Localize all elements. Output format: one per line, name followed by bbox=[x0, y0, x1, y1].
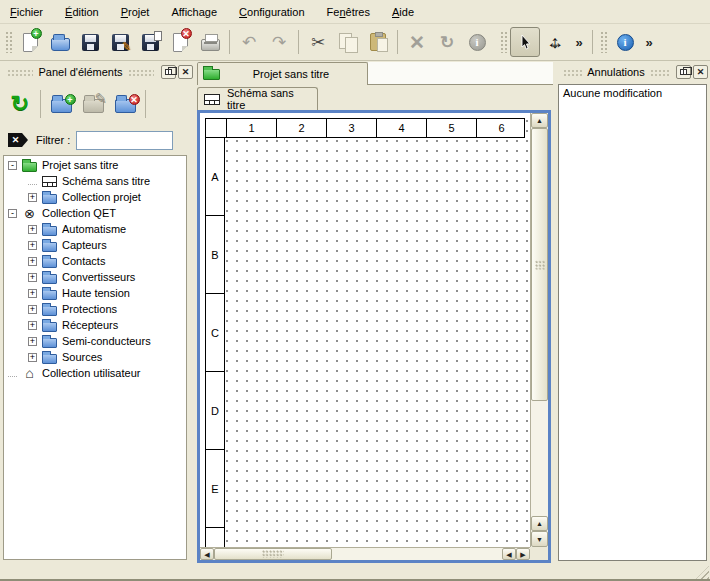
thumb-grip bbox=[535, 260, 545, 269]
horizontal-scrollbar[interactable]: ◀ ◀ ▶ bbox=[200, 547, 530, 560]
tree-item[interactable]: + Protections bbox=[4, 301, 186, 317]
new-category-button[interactable]: + bbox=[45, 88, 77, 120]
tab-schema[interactable]: Schéma sans titre bbox=[197, 87, 318, 110]
vertical-scrollbar[interactable]: ▲ ▲ ▼ bbox=[530, 113, 548, 547]
tree-expander[interactable]: + bbox=[28, 353, 37, 362]
dock-close-button[interactable]: ✕ bbox=[693, 65, 708, 79]
tree-item-icon bbox=[42, 194, 57, 204]
tree-expander[interactable]: + bbox=[28, 289, 37, 298]
tab-project[interactable]: Projet sans titre bbox=[197, 62, 368, 85]
column-label: 2 bbox=[276, 119, 326, 137]
undo-history-list[interactable]: Aucune modification bbox=[558, 84, 707, 561]
tree-item-label: Haute tension bbox=[61, 287, 130, 299]
elements-tree[interactable]: - Projet sans titre Schéma sans titre + … bbox=[3, 155, 187, 560]
menu-item[interactable]: Projet bbox=[113, 3, 158, 21]
delete-category-button[interactable]: ✕ bbox=[109, 88, 141, 120]
toolbar-drag-handle[interactable] bbox=[5, 31, 12, 53]
toolbar-overflow-button[interactable]: » bbox=[570, 27, 588, 57]
tree-item[interactable]: + Capteurs bbox=[4, 237, 186, 253]
save-all-button[interactable] bbox=[135, 27, 165, 57]
tree-item[interactable]: + Semi-conducteurs bbox=[4, 333, 186, 349]
menu-item[interactable]: Aide bbox=[384, 3, 422, 21]
tree-item[interactable]: - ⊗ Collection QET bbox=[4, 205, 186, 221]
cut-button[interactable]: ✂ bbox=[303, 27, 333, 57]
dock-float-button[interactable] bbox=[676, 65, 691, 79]
tree-item[interactable]: ⌂ Collection utilisateur bbox=[4, 365, 186, 381]
save-button[interactable] bbox=[75, 27, 105, 57]
dock-close-button[interactable]: ✕ bbox=[178, 65, 193, 79]
tree-item[interactable]: + Sources bbox=[4, 349, 186, 365]
scroll-right-button[interactable]: ▶ bbox=[516, 548, 530, 560]
scroll-up-button[interactable]: ▲ bbox=[531, 113, 548, 128]
filter-input[interactable] bbox=[76, 131, 173, 150]
scroll-up-button[interactable]: ▲ bbox=[531, 516, 548, 531]
reload-collections-button[interactable]: ↻ bbox=[4, 88, 36, 120]
scroll-down-button[interactable]: ▼ bbox=[531, 531, 548, 547]
paste-button[interactable] bbox=[363, 27, 393, 57]
tree-expander[interactable] bbox=[8, 376, 17, 377]
tree-item[interactable]: + Haute tension bbox=[4, 285, 186, 301]
close-icon: ✕ bbox=[182, 67, 190, 77]
tree-item[interactable]: + Récepteurs bbox=[4, 317, 186, 333]
save-as-icon: ✎ bbox=[112, 34, 129, 51]
tree-item[interactable]: - Projet sans titre bbox=[4, 157, 186, 173]
tree-expander[interactable]: + bbox=[28, 337, 37, 346]
elements-panel-titlebar[interactable]: Panel d'éléments ✕ bbox=[2, 63, 193, 81]
plus-badge: + bbox=[31, 28, 42, 39]
tree-expander[interactable]: + bbox=[28, 241, 37, 250]
undo-panel-titlebar[interactable]: Annulations ✕ bbox=[558, 63, 708, 81]
horizontal-scroll-thumb[interactable] bbox=[214, 548, 332, 560]
close-file-button[interactable]: ✕ bbox=[165, 27, 195, 57]
save-as-button[interactable]: ✎ bbox=[105, 27, 135, 57]
scroll-left-button[interactable]: ◀ bbox=[200, 548, 214, 560]
tree-expander[interactable]: + bbox=[28, 305, 37, 314]
dock-float-button[interactable] bbox=[161, 65, 176, 79]
tree-item[interactable]: Schéma sans titre bbox=[4, 173, 186, 189]
menu-item[interactable]: Édition bbox=[57, 3, 107, 21]
selection-mode-button[interactable] bbox=[510, 27, 540, 57]
undo-list-item[interactable]: Aucune modification bbox=[563, 87, 702, 99]
element-info-button[interactable]: i bbox=[462, 27, 492, 57]
tree-expander[interactable]: + bbox=[28, 193, 37, 202]
toolbar-drag-handle[interactable] bbox=[600, 31, 607, 53]
scroll-left-button[interactable]: ◀ bbox=[502, 548, 516, 560]
tree-item[interactable]: + Contacts bbox=[4, 253, 186, 269]
toolbar-separator bbox=[229, 30, 230, 54]
redo-button[interactable]: ↷ bbox=[264, 27, 294, 57]
tree-expander[interactable]: - bbox=[8, 209, 17, 218]
tree-item-icon bbox=[42, 290, 57, 300]
undo-button[interactable]: ↶ bbox=[234, 27, 264, 57]
menu-item[interactable]: Configuration bbox=[231, 3, 312, 21]
tree-item[interactable]: + Collection projet bbox=[4, 189, 186, 205]
menu-item[interactable]: Affichage bbox=[163, 3, 225, 21]
open-project-button[interactable] bbox=[45, 27, 75, 57]
new-project-button[interactable]: + bbox=[15, 27, 45, 57]
tree-expander[interactable]: + bbox=[28, 225, 37, 234]
toolbar-separator bbox=[145, 90, 146, 118]
tree-item[interactable]: + Convertisseurs bbox=[4, 269, 186, 285]
print-button[interactable] bbox=[195, 27, 225, 57]
tree-expander[interactable]: + bbox=[28, 257, 37, 266]
edit-category-button[interactable]: ✎ bbox=[77, 88, 109, 120]
tree-item[interactable]: + Automatisme bbox=[4, 221, 186, 237]
toolbar-drag-handle[interactable] bbox=[500, 31, 507, 53]
tree-expander[interactable] bbox=[28, 184, 37, 185]
pan-mode-button[interactable]: ↔↕ bbox=[540, 27, 570, 57]
vertical-scroll-thumb[interactable] bbox=[531, 128, 548, 401]
about-info-button[interactable]: i bbox=[610, 27, 640, 57]
tree-expander[interactable]: + bbox=[28, 321, 37, 330]
tree-expander[interactable]: - bbox=[8, 161, 17, 170]
drawing-canvas[interactable]: 1 2 3 4 5 6 A B bbox=[200, 113, 530, 547]
menu-item[interactable]: Fichier bbox=[2, 3, 51, 21]
rotate-button[interactable]: ↻ bbox=[432, 27, 462, 57]
delete-button[interactable]: ✕ bbox=[402, 27, 432, 57]
window-resize-grip[interactable] bbox=[696, 566, 709, 579]
tab-schema-label: Schéma sans titre bbox=[227, 87, 311, 111]
menu-item[interactable]: Fenêtres bbox=[319, 3, 378, 21]
dock-grip bbox=[650, 69, 669, 76]
tree-item-icon bbox=[42, 226, 57, 236]
tree-expander[interactable]: + bbox=[28, 273, 37, 282]
copy-button[interactable] bbox=[333, 27, 363, 57]
toolbar-overflow-button[interactable]: » bbox=[640, 27, 658, 57]
clear-filter-button[interactable]: ✕ bbox=[8, 133, 28, 147]
